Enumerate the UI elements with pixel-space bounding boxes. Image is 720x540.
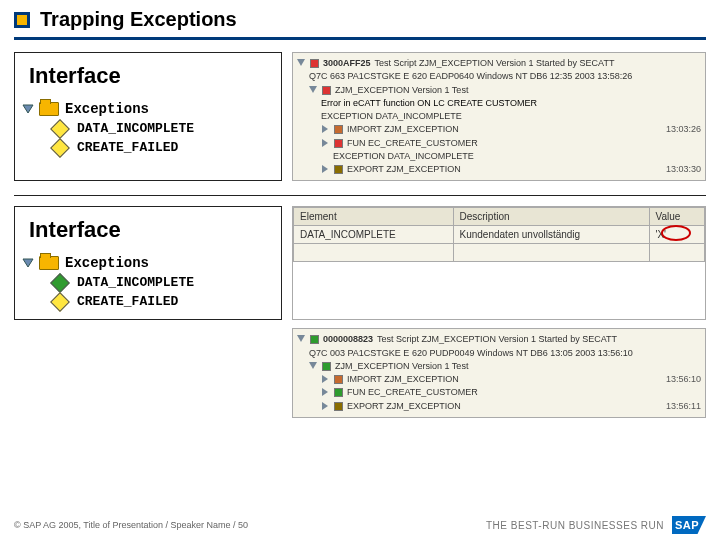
export-icon [334,402,343,411]
log-time: 13:03:26 [666,124,701,135]
log-time: 13:03:30 [666,164,701,175]
exception-label: CREATE_FAILED [77,140,178,155]
log-node: ZJM_EXCEPTION Version 1 Test [335,361,468,372]
svg-marker-4 [322,139,328,147]
chevron-right-icon[interactable] [321,139,330,148]
svg-marker-7 [297,335,305,342]
status-green-icon [310,335,319,344]
log-import: IMPORT ZJM_EXCEPTION [347,374,459,385]
log-id: 0000008823 [323,334,373,345]
svg-marker-0 [23,105,33,113]
exception-item-1-handled[interactable]: DATA_INCOMPLETE [15,273,281,292]
panel-heading: Interface [15,207,281,253]
title-rule [14,37,706,40]
log-pane-fail: 3000AFF25 Test Script ZJM_EXCEPTION Vers… [292,52,706,181]
col-element: Element [294,208,454,226]
copyright: © SAP AG 2005, Title of Presentation / S… [14,520,248,530]
diamond-green-icon [50,273,70,293]
svg-marker-10 [322,388,328,396]
import-icon [334,125,343,134]
diamond-yellow-icon [50,119,70,139]
chevron-down-icon [21,257,35,269]
exception-item-2[interactable]: CREATE_FAILED [15,138,281,165]
svg-marker-9 [322,375,328,383]
log-node: ZJM_EXCEPTION Version 1 Test [335,85,468,96]
log-error: Error in eCATT function ON LC CREATE CUS… [297,97,701,110]
chevron-down-icon [297,335,306,344]
log-env: Q7C 663 PA1CSTGKE E 620 EADP0640 Windows… [297,70,701,83]
col-description: Description [453,208,649,226]
diamond-yellow-icon [50,292,70,312]
svg-marker-8 [309,362,317,369]
log-id: 3000AFF25 [323,58,371,69]
panel-heading: Interface [15,53,281,99]
table-row [294,244,705,262]
divider [14,195,706,196]
log-import: IMPORT ZJM_EXCEPTION [347,124,459,135]
exception-label: DATA_INCOMPLETE [77,275,194,290]
status-red-icon [334,139,343,148]
sap-logo-icon: SAP [672,516,706,534]
log-pane-success: 0000008823 Test Script ZJM_EXCEPTION Ver… [292,328,706,418]
chevron-right-icon[interactable] [321,165,330,174]
exception-item-2[interactable]: CREATE_FAILED [15,292,281,319]
log-fun: FUN EC_CREATE_CUSTOMER [347,138,478,149]
export-icon [334,165,343,174]
log-time: 13:56:11 [666,401,701,412]
exceptions-root[interactable]: Exceptions [15,99,281,119]
log-time: 13:56:10 [666,374,701,385]
chevron-down-icon [309,362,318,371]
slide-title: Trapping Exceptions [40,8,237,31]
svg-marker-11 [322,402,328,410]
footer-brand: THE BEST-RUN BUSINESSES RUN SAP [486,516,706,534]
svg-marker-2 [309,86,317,93]
folder-icon [39,102,59,116]
chevron-down-icon [309,86,318,95]
log-header: Test Script ZJM_EXCEPTION Version 1 Star… [377,334,617,345]
title-bullet-icon [14,12,30,28]
cell-element: DATA_INCOMPLETE [294,226,454,244]
exception-item-1[interactable]: DATA_INCOMPLETE [15,119,281,138]
log-export: EXPORT ZJM_EXCEPTION [347,401,461,412]
status-green-icon [322,362,331,371]
interface-panel-bottom: Interface Exceptions DATA_INCOMPLETE CRE… [14,206,282,320]
root-label: Exceptions [65,255,149,271]
chevron-right-icon[interactable] [321,402,330,411]
exception-label: CREATE_FAILED [77,294,178,309]
log-export: EXPORT ZJM_EXCEPTION [347,164,461,175]
chevron-right-icon[interactable] [321,125,330,134]
svg-marker-6 [23,259,33,267]
log-exception: EXCEPTION DATA_INCOMPLETE [297,150,701,163]
cell-value: 'X' [649,226,705,244]
row-top: Interface Exceptions DATA_INCOMPLETE CRE… [0,52,720,189]
params-table-wrap: Element Description Value DATA_INCOMPLET… [292,206,706,320]
interface-panel-top: Interface Exceptions DATA_INCOMPLETE CRE… [14,52,282,181]
exception-label: DATA_INCOMPLETE [77,121,194,136]
col-value: Value [649,208,705,226]
log-fun: FUN EC_CREATE_CUSTOMER [347,387,478,398]
row-bottom: 0000008823 Test Script ZJM_EXCEPTION Ver… [0,328,720,426]
folder-icon [39,256,59,270]
status-green-icon [334,388,343,397]
svg-marker-3 [322,125,328,133]
table-row[interactable]: DATA_INCOMPLETE Kundendaten unvollständi… [294,226,705,244]
svg-marker-5 [322,165,328,173]
svg-marker-1 [297,59,305,66]
params-table: Element Description Value DATA_INCOMPLET… [293,207,705,262]
table-header-row: Element Description Value [294,208,705,226]
import-icon [334,375,343,384]
slide-footer: © SAP AG 2005, Title of Presentation / S… [14,516,706,534]
log-exception: EXCEPTION DATA_INCOMPLETE [297,110,701,123]
tagline: THE BEST-RUN BUSINESSES RUN [486,520,664,531]
chevron-right-icon[interactable] [321,388,330,397]
cell-description: Kundendaten unvollständig [453,226,649,244]
row-middle: Interface Exceptions DATA_INCOMPLETE CRE… [0,206,720,328]
chevron-right-icon[interactable] [321,375,330,384]
exceptions-root[interactable]: Exceptions [15,253,281,273]
status-red-icon [322,86,331,95]
log-header: Test Script ZJM_EXCEPTION Version 1 Star… [375,58,615,69]
chevron-down-icon [21,103,35,115]
root-label: Exceptions [65,101,149,117]
slide-title-bar: Trapping Exceptions [0,0,720,35]
log-env: Q7C 003 PA1CSTGKE E 620 PUDP0049 Windows… [297,347,701,360]
